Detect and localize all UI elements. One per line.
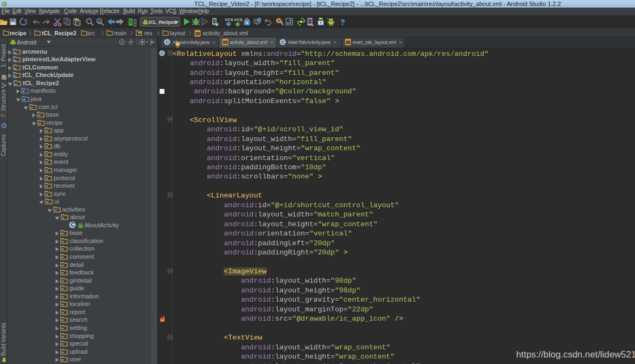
svg-text:C: C	[161, 51, 164, 56]
svg-text:a: a	[98, 19, 101, 24]
svg-text:C: C	[166, 40, 169, 45]
svg-text:C: C	[281, 40, 285, 45]
svg-text:<>: <>	[195, 32, 199, 36]
svg-text:VCS: VCS	[234, 17, 242, 22]
svg-text:VCS: VCS	[225, 17, 233, 22]
svg-text:01: 01	[134, 24, 137, 28]
svg-text:<>: <>	[346, 41, 349, 44]
svg-text:?: ?	[340, 17, 345, 27]
svg-text:<>: <>	[223, 41, 226, 44]
svg-text:C: C	[71, 222, 74, 228]
